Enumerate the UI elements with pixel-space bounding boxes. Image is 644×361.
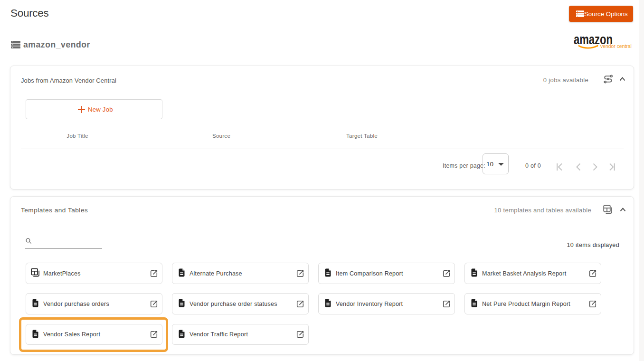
- svg-text:vendor central: vendor central: [600, 44, 632, 49]
